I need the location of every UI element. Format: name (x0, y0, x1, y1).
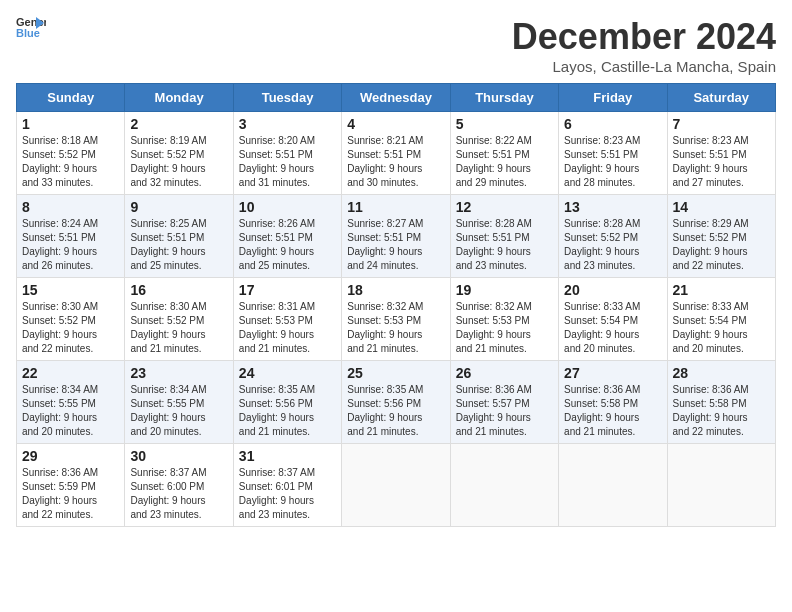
day-cell: 12Sunrise: 8:28 AM Sunset: 5:51 PM Dayli… (450, 195, 558, 278)
day-cell: 9Sunrise: 8:25 AM Sunset: 5:51 PM Daylig… (125, 195, 233, 278)
day-number: 19 (456, 282, 553, 298)
day-number: 16 (130, 282, 227, 298)
day-header-friday: Friday (559, 84, 667, 112)
day-number: 29 (22, 448, 119, 464)
day-number: 10 (239, 199, 336, 215)
day-info: Sunrise: 8:34 AM Sunset: 5:55 PM Dayligh… (130, 383, 227, 439)
day-info: Sunrise: 8:36 AM Sunset: 5:57 PM Dayligh… (456, 383, 553, 439)
day-info: Sunrise: 8:37 AM Sunset: 6:01 PM Dayligh… (239, 466, 336, 522)
day-number: 11 (347, 199, 444, 215)
day-cell: 1Sunrise: 8:18 AM Sunset: 5:52 PM Daylig… (17, 112, 125, 195)
day-header-monday: Monday (125, 84, 233, 112)
day-header-sunday: Sunday (17, 84, 125, 112)
day-cell: 24Sunrise: 8:35 AM Sunset: 5:56 PM Dayli… (233, 361, 341, 444)
day-cell: 21Sunrise: 8:33 AM Sunset: 5:54 PM Dayli… (667, 278, 775, 361)
day-cell: 26Sunrise: 8:36 AM Sunset: 5:57 PM Dayli… (450, 361, 558, 444)
logo: General Blue (16, 16, 46, 38)
title-area: December 2024 Layos, Castille-La Mancha,… (512, 16, 776, 75)
day-info: Sunrise: 8:28 AM Sunset: 5:51 PM Dayligh… (456, 217, 553, 273)
day-info: Sunrise: 8:35 AM Sunset: 5:56 PM Dayligh… (347, 383, 444, 439)
day-info: Sunrise: 8:31 AM Sunset: 5:53 PM Dayligh… (239, 300, 336, 356)
day-cell: 20Sunrise: 8:33 AM Sunset: 5:54 PM Dayli… (559, 278, 667, 361)
day-info: Sunrise: 8:26 AM Sunset: 5:51 PM Dayligh… (239, 217, 336, 273)
day-header-saturday: Saturday (667, 84, 775, 112)
day-number: 6 (564, 116, 661, 132)
day-cell: 8Sunrise: 8:24 AM Sunset: 5:51 PM Daylig… (17, 195, 125, 278)
week-row-3: 15Sunrise: 8:30 AM Sunset: 5:52 PM Dayli… (17, 278, 776, 361)
day-header-tuesday: Tuesday (233, 84, 341, 112)
day-cell: 11Sunrise: 8:27 AM Sunset: 5:51 PM Dayli… (342, 195, 450, 278)
day-number: 12 (456, 199, 553, 215)
day-info: Sunrise: 8:36 AM Sunset: 5:59 PM Dayligh… (22, 466, 119, 522)
day-number: 2 (130, 116, 227, 132)
day-info: Sunrise: 8:36 AM Sunset: 5:58 PM Dayligh… (673, 383, 770, 439)
day-cell (559, 444, 667, 527)
day-cell (450, 444, 558, 527)
day-info: Sunrise: 8:32 AM Sunset: 5:53 PM Dayligh… (347, 300, 444, 356)
day-number: 23 (130, 365, 227, 381)
day-cell: 31Sunrise: 8:37 AM Sunset: 6:01 PM Dayli… (233, 444, 341, 527)
day-cell: 14Sunrise: 8:29 AM Sunset: 5:52 PM Dayli… (667, 195, 775, 278)
week-row-2: 8Sunrise: 8:24 AM Sunset: 5:51 PM Daylig… (17, 195, 776, 278)
day-number: 30 (130, 448, 227, 464)
week-row-1: 1Sunrise: 8:18 AM Sunset: 5:52 PM Daylig… (17, 112, 776, 195)
day-info: Sunrise: 8:33 AM Sunset: 5:54 PM Dayligh… (564, 300, 661, 356)
day-info: Sunrise: 8:28 AM Sunset: 5:52 PM Dayligh… (564, 217, 661, 273)
day-cell: 5Sunrise: 8:22 AM Sunset: 5:51 PM Daylig… (450, 112, 558, 195)
day-number: 1 (22, 116, 119, 132)
day-number: 7 (673, 116, 770, 132)
day-cell: 23Sunrise: 8:34 AM Sunset: 5:55 PM Dayli… (125, 361, 233, 444)
day-info: Sunrise: 8:20 AM Sunset: 5:51 PM Dayligh… (239, 134, 336, 190)
calendar-subtitle: Layos, Castille-La Mancha, Spain (512, 58, 776, 75)
calendar-table: SundayMondayTuesdayWednesdayThursdayFrid… (16, 83, 776, 527)
day-cell: 4Sunrise: 8:21 AM Sunset: 5:51 PM Daylig… (342, 112, 450, 195)
day-info: Sunrise: 8:29 AM Sunset: 5:52 PM Dayligh… (673, 217, 770, 273)
day-info: Sunrise: 8:23 AM Sunset: 5:51 PM Dayligh… (564, 134, 661, 190)
day-number: 3 (239, 116, 336, 132)
day-cell: 7Sunrise: 8:23 AM Sunset: 5:51 PM Daylig… (667, 112, 775, 195)
day-number: 8 (22, 199, 119, 215)
day-number: 21 (673, 282, 770, 298)
day-info: Sunrise: 8:25 AM Sunset: 5:51 PM Dayligh… (130, 217, 227, 273)
header: General Blue December 2024 Layos, Castil… (16, 16, 776, 75)
day-cell: 16Sunrise: 8:30 AM Sunset: 5:52 PM Dayli… (125, 278, 233, 361)
day-cell: 3Sunrise: 8:20 AM Sunset: 5:51 PM Daylig… (233, 112, 341, 195)
day-number: 13 (564, 199, 661, 215)
day-number: 22 (22, 365, 119, 381)
day-number: 9 (130, 199, 227, 215)
day-cell: 25Sunrise: 8:35 AM Sunset: 5:56 PM Dayli… (342, 361, 450, 444)
day-cell: 15Sunrise: 8:30 AM Sunset: 5:52 PM Dayli… (17, 278, 125, 361)
day-cell: 10Sunrise: 8:26 AM Sunset: 5:51 PM Dayli… (233, 195, 341, 278)
day-info: Sunrise: 8:34 AM Sunset: 5:55 PM Dayligh… (22, 383, 119, 439)
day-cell: 17Sunrise: 8:31 AM Sunset: 5:53 PM Dayli… (233, 278, 341, 361)
day-cell: 18Sunrise: 8:32 AM Sunset: 5:53 PM Dayli… (342, 278, 450, 361)
day-cell (342, 444, 450, 527)
day-info: Sunrise: 8:18 AM Sunset: 5:52 PM Dayligh… (22, 134, 119, 190)
day-info: Sunrise: 8:27 AM Sunset: 5:51 PM Dayligh… (347, 217, 444, 273)
day-info: Sunrise: 8:37 AM Sunset: 6:00 PM Dayligh… (130, 466, 227, 522)
day-info: Sunrise: 8:33 AM Sunset: 5:54 PM Dayligh… (673, 300, 770, 356)
day-cell: 28Sunrise: 8:36 AM Sunset: 5:58 PM Dayli… (667, 361, 775, 444)
day-cell: 19Sunrise: 8:32 AM Sunset: 5:53 PM Dayli… (450, 278, 558, 361)
day-number: 15 (22, 282, 119, 298)
day-number: 5 (456, 116, 553, 132)
day-cell: 13Sunrise: 8:28 AM Sunset: 5:52 PM Dayli… (559, 195, 667, 278)
week-row-4: 22Sunrise: 8:34 AM Sunset: 5:55 PM Dayli… (17, 361, 776, 444)
day-info: Sunrise: 8:19 AM Sunset: 5:52 PM Dayligh… (130, 134, 227, 190)
day-cell: 29Sunrise: 8:36 AM Sunset: 5:59 PM Dayli… (17, 444, 125, 527)
day-info: Sunrise: 8:24 AM Sunset: 5:51 PM Dayligh… (22, 217, 119, 273)
day-number: 17 (239, 282, 336, 298)
day-info: Sunrise: 8:23 AM Sunset: 5:51 PM Dayligh… (673, 134, 770, 190)
day-number: 20 (564, 282, 661, 298)
header-row: SundayMondayTuesdayWednesdayThursdayFrid… (17, 84, 776, 112)
day-number: 24 (239, 365, 336, 381)
day-cell: 30Sunrise: 8:37 AM Sunset: 6:00 PM Dayli… (125, 444, 233, 527)
day-header-thursday: Thursday (450, 84, 558, 112)
day-info: Sunrise: 8:30 AM Sunset: 5:52 PM Dayligh… (130, 300, 227, 356)
day-number: 18 (347, 282, 444, 298)
calendar-title: December 2024 (512, 16, 776, 58)
day-info: Sunrise: 8:21 AM Sunset: 5:51 PM Dayligh… (347, 134, 444, 190)
day-info: Sunrise: 8:35 AM Sunset: 5:56 PM Dayligh… (239, 383, 336, 439)
logo-icon: General Blue (16, 16, 46, 38)
day-number: 25 (347, 365, 444, 381)
